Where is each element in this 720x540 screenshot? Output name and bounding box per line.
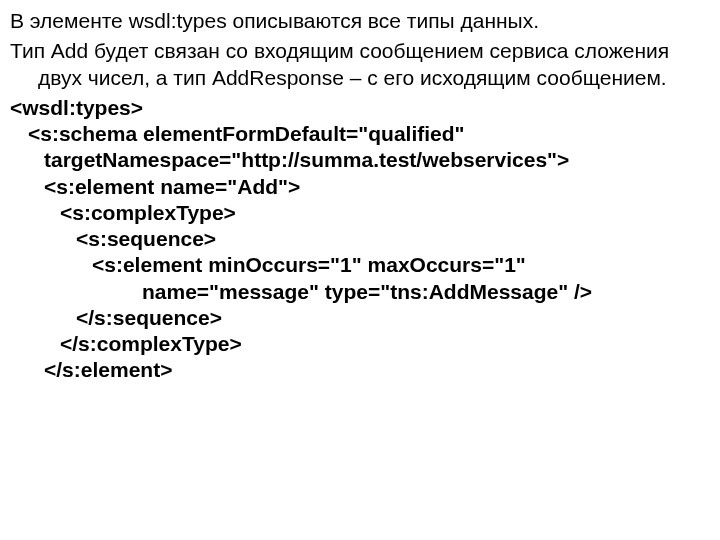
code-line-5: <s:sequence> — [10, 226, 710, 252]
code-line-2: targetNamespace="http://summa.test/webse… — [10, 147, 710, 173]
code-line-9: </s:complexType> — [10, 331, 710, 357]
code-line-4: <s:complexType> — [10, 200, 710, 226]
code-line-6: <s:element minOccurs="1" maxOccurs="1" — [10, 252, 710, 278]
code-line-3: <s:element name="Add"> — [10, 174, 710, 200]
code-line-1: <s:schema elementFormDefault="qualified" — [10, 121, 710, 147]
intro-paragraph-1: В элементе wsdl:types описываются все ти… — [10, 8, 710, 34]
intro-paragraph-2: Тип Add будет связан со входящим сообщен… — [10, 38, 710, 91]
code-line-0: <wsdl:types> — [10, 95, 710, 121]
code-line-7: name="message" type="tns:AddMessage" /> — [10, 279, 710, 305]
code-line-10: </s:element> — [10, 357, 710, 383]
code-line-8: </s:sequence> — [10, 305, 710, 331]
